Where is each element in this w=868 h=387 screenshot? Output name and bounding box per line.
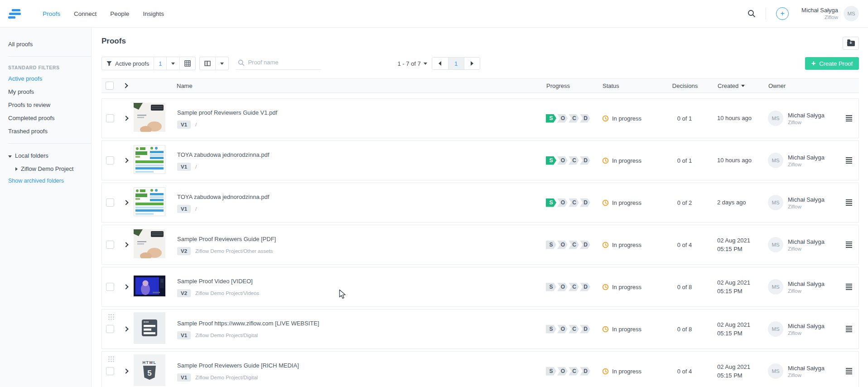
row-menu-icon[interactable] bbox=[846, 368, 852, 374]
filter-count[interactable]: 1 bbox=[154, 57, 166, 70]
proof-thumbnail[interactable]: HTML 5 bbox=[134, 102, 165, 134]
nav-people[interactable]: People bbox=[110, 10, 129, 17]
progress-steps: SOCD bbox=[546, 283, 591, 291]
column-header-name[interactable]: Name bbox=[177, 82, 193, 89]
progress-step-d: D bbox=[580, 325, 590, 334]
column-header-status[interactable]: Status bbox=[603, 82, 619, 89]
owner-avatar: MS bbox=[768, 153, 783, 168]
proof-name-link[interactable]: Sample proof Reviewers Guide V1.pdf bbox=[177, 109, 277, 116]
owner-avatar: MS bbox=[768, 279, 783, 295]
row-checkbox[interactable] bbox=[106, 283, 114, 291]
ziflow-logo-icon[interactable] bbox=[8, 9, 21, 19]
column-header-progress[interactable]: Progress bbox=[546, 82, 570, 89]
column-header-decisions[interactable]: Decisions bbox=[672, 82, 698, 89]
proof-thumbnail[interactable]: HTML 5 bbox=[134, 187, 165, 218]
select-all-checkbox[interactable] bbox=[106, 82, 114, 90]
expand-row-chevron-icon[interactable] bbox=[123, 242, 128, 247]
table-row[interactable]: HTML 5 Sample Proof Video [VIDEO] V2 Zif… bbox=[101, 267, 859, 307]
user-name: Michał Sałyga bbox=[801, 7, 838, 14]
nav-proofs[interactable]: Proofs bbox=[43, 10, 60, 17]
table-row[interactable]: HTML 5 Sample Proof Reviewers Guide [RIC… bbox=[101, 351, 859, 387]
owner-name: Michał Sałyga bbox=[788, 238, 825, 245]
status-text: In progress bbox=[612, 199, 641, 206]
row-menu-icon[interactable] bbox=[846, 326, 852, 332]
nav-insights[interactable]: Insights bbox=[143, 10, 164, 17]
proof-name-link[interactable]: Sample Proof Video [VIDEO] bbox=[177, 278, 253, 285]
columns-caret-button[interactable] bbox=[215, 57, 228, 70]
sidebar-item-proofs-to-review[interactable]: Proofs to review bbox=[0, 98, 91, 111]
proof-thumbnail[interactable]: HTML 5 bbox=[134, 229, 165, 261]
page-number-button[interactable]: 1 bbox=[448, 58, 464, 69]
row-checkbox[interactable] bbox=[106, 198, 114, 207]
expand-all-chevron-icon[interactable] bbox=[123, 83, 128, 88]
expand-row-chevron-icon[interactable] bbox=[123, 116, 128, 121]
sidebar-item-active-proofs[interactable]: Active proofs bbox=[0, 72, 91, 85]
expand-row-chevron-icon[interactable] bbox=[123, 200, 128, 205]
row-menu-icon[interactable] bbox=[846, 199, 852, 206]
chevron-down-icon bbox=[171, 63, 175, 65]
previous-page-button[interactable] bbox=[432, 58, 448, 69]
proof-name-link[interactable]: Sample Proof Reviewers Guide [PDF] bbox=[177, 236, 276, 242]
proof-thumbnail[interactable]: HTML 5 bbox=[134, 313, 165, 345]
expand-row-chevron-icon[interactable] bbox=[123, 368, 128, 373]
sidebar-item-completed-proofs[interactable]: Completed proofs bbox=[0, 111, 91, 125]
row-checkbox[interactable] bbox=[106, 114, 114, 122]
table-row[interactable]: HTML 5 TOYA zabudowa jednorodzinna.pdf V… bbox=[101, 140, 859, 180]
expand-row-chevron-icon[interactable] bbox=[123, 284, 128, 289]
proof-name-link[interactable]: Sample Proof Reviewers Guide [RICH MEDIA… bbox=[177, 362, 299, 369]
in-progress-clock-icon bbox=[602, 368, 609, 375]
quick-add-button[interactable]: + bbox=[776, 7, 789, 20]
sidebar-item-all-proofs[interactable]: All proofs bbox=[0, 38, 91, 51]
proof-thumbnail[interactable]: HTML 5 bbox=[134, 355, 165, 387]
user-avatar[interactable]: MS bbox=[844, 6, 859, 21]
filter-caret-button[interactable] bbox=[166, 57, 179, 70]
table-row[interactable]: HTML 5 Sample Proof https://www.ziflow.c… bbox=[101, 309, 859, 349]
owner-name: Michał Sałyga bbox=[788, 196, 825, 203]
row-menu-icon[interactable] bbox=[846, 284, 852, 290]
columns-button[interactable] bbox=[200, 57, 215, 70]
sidebar-folder-ziflow-demo-project[interactable]: Ziflow Demo Project bbox=[0, 162, 91, 175]
toolbar: Active proofs 1 bbox=[101, 57, 859, 70]
expand-row-chevron-icon[interactable] bbox=[123, 158, 128, 163]
create-proof-button[interactable]: + Create Proof bbox=[805, 57, 859, 70]
sidebar-item-trashed-proofs[interactable]: Trashed proofs bbox=[0, 125, 91, 138]
table-header: Name Progress Status Decisions Created O… bbox=[101, 78, 859, 93]
proof-name-link[interactable]: Sample Proof https://www.ziflow.com [LIV… bbox=[177, 320, 319, 327]
proof-name-link[interactable]: TOYA zabudowa jednorodzinna.pdf bbox=[177, 194, 269, 200]
row-checkbox[interactable] bbox=[106, 241, 114, 249]
nav-connect[interactable]: Connect bbox=[74, 10, 96, 17]
owner-org: Ziflow bbox=[788, 120, 825, 125]
row-checkbox[interactable] bbox=[106, 156, 114, 164]
table-row[interactable]: HTML 5 Sample Proof Reviewers Guide [PDF… bbox=[101, 225, 859, 265]
column-header-owner[interactable]: Owner bbox=[768, 82, 786, 89]
row-checkbox[interactable] bbox=[106, 367, 114, 375]
owner-org: Ziflow bbox=[788, 162, 825, 167]
table-row[interactable]: HTML 5 TOYA zabudowa jednorodzinna.pdf V… bbox=[101, 183, 859, 223]
show-archived-folders-link[interactable]: Show archived folders bbox=[0, 175, 91, 186]
proof-name-link[interactable]: TOYA zabudowa jednorodzinna.pdf bbox=[177, 151, 269, 158]
filter-dropdown-button[interactable]: Active proofs bbox=[102, 57, 154, 70]
pagination-range-dropdown[interactable]: 1 - 7 of 7 bbox=[397, 60, 427, 67]
next-page-button[interactable] bbox=[464, 58, 480, 69]
search-icon[interactable] bbox=[747, 10, 756, 18]
proof-name-search-input[interactable] bbox=[236, 57, 321, 70]
new-folder-button[interactable] bbox=[843, 37, 859, 50]
proof-thumbnail[interactable]: HTML 5 bbox=[134, 271, 165, 303]
owner-org: Ziflow bbox=[788, 246, 825, 252]
row-menu-icon[interactable] bbox=[846, 242, 852, 248]
drag-handle[interactable] bbox=[108, 356, 115, 362]
view-grid-button[interactable] bbox=[179, 57, 195, 70]
drag-handle[interactable] bbox=[108, 314, 115, 320]
sidebar-local-folders-toggle[interactable]: Local folders bbox=[0, 149, 91, 162]
expand-row-chevron-icon[interactable] bbox=[123, 326, 128, 331]
proof-folder-path: / bbox=[195, 122, 197, 127]
sidebar-item-my-proofs[interactable]: My proofs bbox=[0, 85, 91, 98]
proof-thumbnail[interactable]: HTML 5 bbox=[134, 145, 165, 176]
row-checkbox[interactable] bbox=[106, 325, 114, 333]
columns-icon bbox=[204, 61, 211, 66]
row-menu-icon[interactable] bbox=[846, 157, 852, 164]
row-menu-icon[interactable] bbox=[846, 115, 852, 121]
user-menu[interactable]: Michał Sałyga Ziflow MS bbox=[801, 6, 859, 21]
table-row[interactable]: HTML 5 Sample proof Reviewers Guide V1.p… bbox=[101, 98, 859, 138]
column-header-created[interactable]: Created bbox=[718, 82, 738, 89]
